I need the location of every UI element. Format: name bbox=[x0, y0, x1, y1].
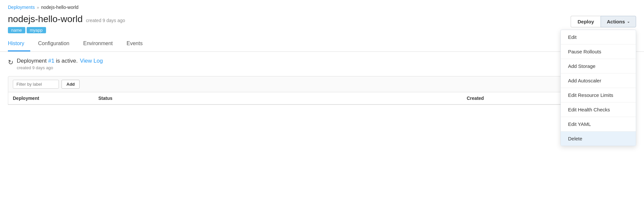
chevron-down-icon: ⌄ bbox=[627, 19, 630, 24]
breadcrumb-current: nodejs-hello-world bbox=[41, 5, 79, 10]
deployment-status: ↻ Deployment #1 is active. View Log crea… bbox=[8, 58, 636, 70]
actions-button[interactable]: Actions ⌄ bbox=[601, 16, 636, 27]
tab-configuration[interactable]: Configuration bbox=[38, 37, 75, 51]
deployment-prefix: Deployment bbox=[17, 58, 48, 64]
tab-history[interactable]: History bbox=[8, 37, 30, 51]
dropdown-item-delete[interactable]: Delete bbox=[561, 132, 636, 146]
tab-environment[interactable]: Environment bbox=[83, 37, 119, 51]
breadcrumb-separator: » bbox=[37, 5, 39, 10]
tabs-row: History Configuration Environment Events bbox=[0, 37, 644, 52]
breadcrumb-deployments-link[interactable]: Deployments bbox=[8, 5, 35, 10]
dropdown-item-edit-resource-limits[interactable]: Edit Resource Limits bbox=[561, 88, 636, 102]
dropdown-item-edit-yaml[interactable]: Edit YAML bbox=[561, 117, 636, 132]
dropdown-item-edit-health-checks[interactable]: Edit Health Checks bbox=[561, 102, 636, 117]
deployment-number-link[interactable]: #1 bbox=[48, 58, 54, 64]
filter-row: Add bbox=[8, 76, 636, 92]
view-log-link[interactable]: View Log bbox=[80, 58, 103, 64]
breadcrumb: Deployments » nodejs-hello-world bbox=[0, 0, 644, 13]
header-row: nodejs-hello-world created 9 days ago na… bbox=[0, 13, 644, 36]
filter-input[interactable] bbox=[13, 80, 59, 89]
deployment-status-text: Deployment #1 is active. View Log bbox=[17, 58, 103, 64]
actions-dropdown: Edit Pause Rollouts Add Storage Add Auto… bbox=[560, 30, 636, 146]
dropdown-item-edit[interactable]: Edit bbox=[561, 30, 636, 44]
refresh-icon: ↻ bbox=[8, 58, 13, 66]
add-button[interactable]: Add bbox=[62, 80, 80, 89]
header-buttons: Deploy Actions ⌄ Edit Pause Rollouts Add… bbox=[571, 16, 636, 27]
header-left: nodejs-hello-world created 9 days ago na… bbox=[8, 14, 125, 33]
actions-label: Actions bbox=[607, 19, 625, 24]
tags-row: name myapp bbox=[8, 27, 125, 33]
table-header: Deployment Status Created Trigger bbox=[8, 92, 636, 105]
main-content: ↻ Deployment #1 is active. View Log crea… bbox=[0, 52, 644, 105]
tag-name: name bbox=[8, 27, 25, 33]
deployment-sub: created 9 days ago bbox=[17, 65, 103, 70]
page-title-created: created 9 days ago bbox=[86, 18, 125, 23]
dropdown-item-add-autoscaler[interactable]: Add Autoscaler bbox=[561, 73, 636, 88]
col-header-deployment: Deployment bbox=[13, 96, 98, 101]
dropdown-item-pause-rollouts[interactable]: Pause Rollouts bbox=[561, 44, 636, 59]
page-title: nodejs-hello-world bbox=[8, 14, 83, 24]
deploy-button[interactable]: Deploy bbox=[571, 16, 601, 27]
tab-events[interactable]: Events bbox=[127, 37, 149, 51]
col-header-status: Status bbox=[98, 96, 467, 101]
deployment-middle: is active. bbox=[56, 58, 79, 64]
tag-myapp: myapp bbox=[27, 27, 46, 33]
col-header-created: Created bbox=[467, 96, 565, 101]
page-title-row: nodejs-hello-world created 9 days ago bbox=[8, 14, 125, 24]
deployment-status-wrapper: Deployment #1 is active. View Log create… bbox=[17, 58, 103, 70]
dropdown-item-add-storage[interactable]: Add Storage bbox=[561, 59, 636, 73]
